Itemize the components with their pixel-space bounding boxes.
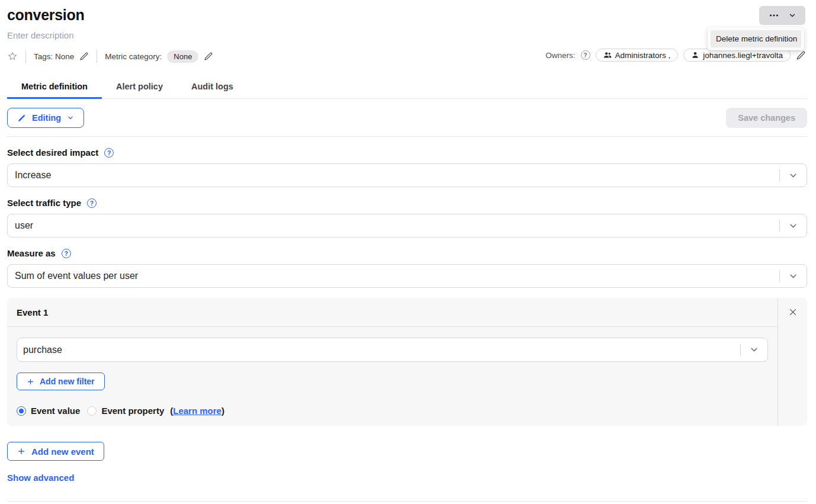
page: conversion Enter description Tags: None … — [0, 0, 816, 502]
chevron-down-icon[interactable] — [780, 171, 807, 181]
select-controls — [779, 214, 807, 237]
edit-category-pencil-icon[interactable] — [204, 52, 213, 61]
metric-category-value-badge: None — [167, 50, 198, 63]
radio-unselected-icon[interactable] — [87, 406, 97, 416]
event-card: Event 1 purchase Add new filter — [7, 298, 807, 426]
measure-as-select[interactable]: Sum of event values per user — [7, 264, 807, 288]
field-label-row: Select traffic type ? — [7, 198, 807, 208]
field-label: Measure as — [7, 248, 56, 258]
radio-event-value[interactable]: Event value — [17, 406, 80, 416]
chevron-down-icon — [67, 114, 74, 121]
chevron-down-icon[interactable] — [788, 11, 796, 20]
radio-selected-icon[interactable] — [17, 406, 26, 416]
owner-pill-label: Administrators , — [615, 51, 671, 60]
learn-more-link[interactable]: Learn more — [173, 406, 221, 416]
radio-label: Event property — [101, 406, 164, 416]
field-measure-as: Measure as ? Sum of event values per use… — [7, 248, 807, 288]
tab-audit-logs[interactable]: Audit logs — [177, 81, 248, 98]
divider — [7, 501, 807, 502]
toolbar: Editing Save changes — [7, 108, 807, 128]
owner-pill-user: johannes.liegl+travolta — [683, 49, 791, 62]
add-event-label: Add new event — [31, 447, 94, 457]
divider — [7, 136, 807, 137]
event-name-select[interactable]: purchase — [17, 338, 768, 362]
desired-impact-select[interactable]: Increase — [7, 163, 807, 187]
select-value: user — [15, 220, 33, 231]
metric-category-meta: Metric category: None — [105, 50, 213, 63]
plus-icon — [27, 378, 34, 386]
owners-row: Owners: ? Administrators , johannes.lieg… — [545, 49, 806, 62]
field-label: Select desired impact — [7, 147, 98, 158]
traffic-type-select[interactable]: user — [7, 214, 807, 237]
save-changes-button[interactable]: Save changes — [726, 108, 807, 128]
editing-label: Editing — [32, 113, 61, 123]
paren-close: ) — [221, 406, 224, 416]
tab-metric-definition[interactable]: Metric definition — [7, 81, 102, 98]
radio-label: Event value — [31, 406, 80, 416]
overflow-menu: Delete metric definition — [708, 27, 804, 50]
select-value: Increase — [15, 170, 51, 181]
edit-owners-pencil-icon[interactable] — [796, 50, 806, 60]
field-desired-impact: Select desired impact ? Increase — [7, 147, 807, 187]
event-card-body: purchase Add new filter — [7, 327, 778, 425]
tags-meta: Tags: None — [34, 52, 89, 61]
plus-icon — [17, 447, 25, 455]
tab-alert-policy[interactable]: Alert policy — [102, 81, 177, 98]
select-controls — [740, 338, 767, 361]
ellipsis-icon[interactable] — [769, 10, 779, 21]
chevron-down-icon[interactable] — [741, 345, 767, 355]
field-label: Select traffic type — [7, 198, 81, 208]
tags-label: Tags: None — [34, 52, 74, 61]
add-filter-label: Add new filter — [40, 377, 95, 386]
event-card-close-column — [778, 298, 807, 426]
show-advanced-link[interactable]: Show advanced — [7, 473, 74, 483]
owner-pill-group: Administrators , — [596, 49, 679, 62]
select-value: purchase — [23, 345, 62, 355]
select-controls — [779, 265, 807, 287]
select-value: Sum of event values per user — [15, 271, 138, 281]
owners-label: Owners: — [545, 51, 575, 60]
chevron-down-icon[interactable] — [780, 271, 807, 281]
event-card-main: Event 1 purchase Add new filter — [7, 298, 778, 426]
edit-tags-pencil-icon[interactable] — [79, 52, 89, 61]
select-controls — [779, 164, 807, 187]
person-icon — [691, 51, 699, 59]
owners-help-icon[interactable]: ? — [581, 50, 590, 60]
add-new-filter-button[interactable]: Add new filter — [17, 373, 105, 390]
field-traffic-type: Select traffic type ? user — [7, 198, 807, 237]
pencil-icon — [17, 114, 26, 123]
group-icon — [603, 51, 612, 59]
add-event-row: Add new event — [7, 426, 807, 461]
editing-mode-button[interactable]: Editing — [7, 108, 84, 128]
description-placeholder[interactable]: Enter description — [7, 30, 807, 40]
help-icon[interactable]: ? — [104, 148, 114, 158]
menu-item-delete-metric[interactable]: Delete metric definition — [711, 30, 801, 47]
overflow-actions-button[interactable] — [759, 6, 805, 25]
chevron-down-icon[interactable] — [780, 221, 807, 231]
add-new-event-button[interactable]: Add new event — [7, 442, 104, 461]
event-card-title: Event 1 — [7, 298, 778, 327]
metric-category-label: Metric category: — [105, 52, 162, 61]
close-icon[interactable] — [788, 307, 798, 317]
field-label-row: Measure as ? — [7, 248, 807, 258]
help-icon[interactable]: ? — [87, 198, 97, 208]
field-label-row: Select desired impact ? — [7, 147, 807, 158]
tab-bar: Metric definition Alert policy Audit log… — [7, 81, 807, 99]
radio-event-property[interactable]: Event property — [87, 406, 164, 416]
divider-vertical — [97, 50, 97, 63]
star-icon[interactable] — [7, 51, 18, 62]
help-icon[interactable]: ? — [62, 249, 71, 258]
divider-vertical — [25, 50, 26, 63]
page-title[interactable]: conversion — [7, 0, 807, 24]
owner-pill-label: johannes.liegl+travolta — [703, 51, 783, 60]
learn-more: (Learn more) — [170, 406, 224, 416]
measure-by-radio-group: Event value Event property (Learn more) — [17, 406, 768, 416]
